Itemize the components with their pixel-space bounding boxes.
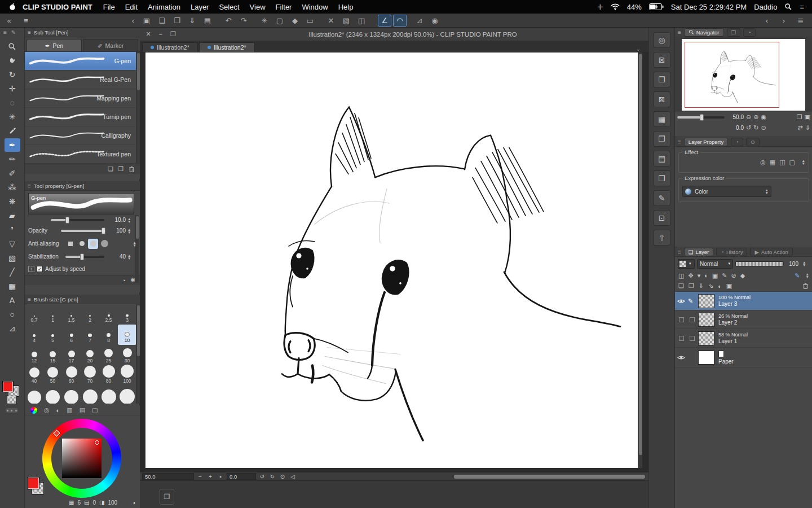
apply-mask-icon[interactable]: ▣ bbox=[726, 282, 732, 290]
val-value[interactable]: 100 bbox=[108, 500, 117, 506]
paste-subtool-icon[interactable]: ❐ bbox=[118, 165, 123, 173]
blend-mode-select[interactable]: Normal ▾ bbox=[697, 259, 733, 269]
collapse-left-icon[interactable]: « bbox=[2, 15, 16, 27]
palette-dock-button[interactable]: ❐ bbox=[160, 489, 174, 505]
layer-opacity-slider[interactable] bbox=[735, 261, 784, 266]
deselect-icon[interactable]: ▢ bbox=[273, 15, 286, 27]
timer-icon[interactable]: ◔ bbox=[122, 277, 126, 284]
menu-layer[interactable]: Layer bbox=[186, 3, 214, 11]
tool-strip-menu-icon[interactable]: ≡ bbox=[3, 29, 7, 36]
blend-thumbnail-select[interactable]: ▾ bbox=[678, 259, 695, 269]
layer-row[interactable]: ✎ 100 % Normal Layer 3 bbox=[675, 292, 812, 310]
airbrush-tool[interactable]: ⁂ bbox=[5, 181, 20, 194]
layer-name[interactable]: Paper bbox=[718, 358, 734, 365]
menu-animation[interactable]: Animation bbox=[143, 3, 186, 11]
zoom-in-button[interactable]: + bbox=[206, 474, 214, 480]
save-icon[interactable]: ⇓ bbox=[186, 15, 199, 27]
new-layer-folder-icon[interactable]: ❐ bbox=[689, 282, 694, 290]
rotate-cw-button[interactable]: ↻ bbox=[268, 474, 276, 480]
clock-tab-icon[interactable]: ◔ bbox=[731, 138, 743, 146]
snap-grid-icon[interactable]: ⊿ bbox=[413, 15, 426, 27]
menu-select[interactable]: Select bbox=[214, 3, 244, 11]
merge-down-icon[interactable]: ⇘ bbox=[708, 282, 713, 290]
expand-params-icon[interactable]: ▾ bbox=[698, 272, 701, 279]
layer-opacity-stepper[interactable]: ▲▼ bbox=[802, 261, 806, 266]
hand-tool[interactable] bbox=[5, 54, 20, 67]
clip-at-layer-icon[interactable]: ⊘ bbox=[731, 272, 736, 279]
brush-size-cell[interactable]: 40 bbox=[25, 365, 43, 386]
brush-size-cell[interactable] bbox=[43, 386, 62, 404]
subtool-scrollbar[interactable] bbox=[136, 52, 140, 164]
brush-size-cell[interactable]: 60 bbox=[62, 365, 81, 386]
collapse-icon[interactable]: ‹ bbox=[126, 15, 140, 27]
menu-edit[interactable]: Edit bbox=[120, 3, 143, 11]
antialias-stepper[interactable]: ▲▼ bbox=[133, 241, 136, 247]
new-raster-layer-icon[interactable]: ❏ bbox=[678, 282, 684, 290]
flip-horizontal-icon[interactable]: ⇄ bbox=[798, 124, 803, 132]
material-grid-panel-icon[interactable]: ▦ bbox=[654, 111, 670, 127]
clear-icon[interactable]: ✕ bbox=[324, 15, 338, 27]
menu-window[interactable]: Window bbox=[297, 3, 333, 11]
canvas-rotate-value[interactable]: 0.0 bbox=[227, 473, 256, 480]
canvas-zoom-value[interactable]: 50.0 bbox=[142, 473, 194, 480]
canvas-vertical-scrollbar[interactable] bbox=[638, 52, 642, 468]
extract-line-effect-icon[interactable]: ▢ bbox=[789, 159, 795, 166]
close-panel-icon-2[interactable]: ⊠ bbox=[654, 91, 670, 107]
new-file-icon[interactable]: ❏ bbox=[155, 15, 169, 27]
effect-stepper[interactable]: ▲▼ bbox=[802, 159, 805, 165]
tab-marker[interactable]: ✐ Marker bbox=[83, 39, 138, 51]
brush-size-cell[interactable]: 15 bbox=[43, 345, 62, 365]
layer-thumbnail[interactable] bbox=[698, 294, 714, 308]
draft-layer-icon[interactable]: ✎ bbox=[722, 272, 727, 279]
navigator-menu-icon[interactable]: ≡ bbox=[678, 29, 681, 36]
opacity-value[interactable]: 100 bbox=[108, 227, 126, 234]
brush-size-menu-icon[interactable]: ≡ bbox=[28, 296, 31, 303]
fill-tool[interactable]: ▽ bbox=[5, 237, 20, 251]
brush-size-cell[interactable]: 3 bbox=[118, 304, 136, 325]
brush-size-cell[interactable]: 30 bbox=[118, 345, 136, 365]
notification-list-icon[interactable]: ≡ bbox=[800, 3, 804, 11]
user-name[interactable]: Daddio bbox=[754, 3, 777, 11]
tab-history[interactable]: ◔ History bbox=[716, 248, 747, 256]
brush-size-cell[interactable]: 70 bbox=[81, 365, 99, 386]
layer-color-effect-icon[interactable]: ◫ bbox=[779, 159, 785, 166]
zoom-reset-icon[interactable]: ◉ bbox=[761, 113, 766, 121]
move-layer-icon[interactable]: ✥ bbox=[688, 272, 693, 279]
tab-auto-action[interactable]: ▶ Auto Action bbox=[750, 248, 792, 256]
brush-tool[interactable]: ✐ bbox=[5, 167, 20, 180]
edit-checkbox[interactable] bbox=[688, 317, 696, 322]
zoom-out-button[interactable]: − bbox=[196, 474, 204, 480]
eyedropper-tool[interactable] bbox=[5, 124, 20, 138]
brush-size-cell[interactable]: 50 bbox=[43, 365, 62, 386]
export-icon[interactable]: ▤ bbox=[201, 15, 214, 27]
main-color-swatch[interactable] bbox=[2, 381, 14, 392]
open-file-icon[interactable]: ❐ bbox=[170, 15, 184, 27]
brush-size-cell[interactable]: 0.7 bbox=[25, 304, 43, 325]
quick-access-panel-icon[interactable]: ◎ bbox=[654, 32, 670, 48]
brush-size-cell[interactable] bbox=[118, 386, 136, 404]
brush-size-cell[interactable]: 5 bbox=[43, 325, 62, 345]
snap-special-ruler-icon[interactable]: ◠ bbox=[393, 15, 407, 27]
antialias-none-button[interactable] bbox=[65, 239, 76, 249]
layer-row[interactable]: Paper bbox=[675, 348, 812, 368]
frame-icon[interactable]: ▭ bbox=[303, 15, 317, 27]
actual-size-icon[interactable]: ▣ bbox=[805, 113, 810, 121]
layer-name[interactable]: Layer 3 bbox=[718, 301, 751, 308]
brush-size-cell[interactable]: 8 bbox=[99, 325, 118, 345]
subtool-item[interactable]: G-pen bbox=[25, 52, 140, 71]
brush-size-cell[interactable] bbox=[81, 386, 99, 404]
layer-edit-pen-icon[interactable]: ✎ bbox=[795, 272, 800, 279]
color-gauge-icon[interactable]: ◑ bbox=[132, 500, 135, 506]
brush-size-value[interactable]: 10.0 bbox=[108, 217, 126, 223]
tool-strip-edit-icon[interactable]: ✎ bbox=[11, 29, 16, 36]
color-set-tab-icon[interactable]: ◐ bbox=[56, 407, 60, 414]
expand-right-icon[interactable]: › bbox=[777, 15, 791, 27]
brush-size-cell[interactable]: 17 bbox=[62, 345, 81, 365]
transfer-layer-icon[interactable]: ⇓ bbox=[699, 282, 704, 290]
approx-color-tab-icon[interactable]: ▤ bbox=[80, 406, 85, 414]
gradient-tool[interactable]: ▧ bbox=[5, 251, 20, 265]
arrange-icon[interactable]: ✛ bbox=[597, 3, 603, 11]
layer-thumbnail[interactable] bbox=[698, 351, 714, 365]
rotate-cw-icon[interactable]: ↻ bbox=[753, 124, 758, 132]
brush-size-stepper[interactable]: ▲▼ bbox=[127, 217, 131, 223]
